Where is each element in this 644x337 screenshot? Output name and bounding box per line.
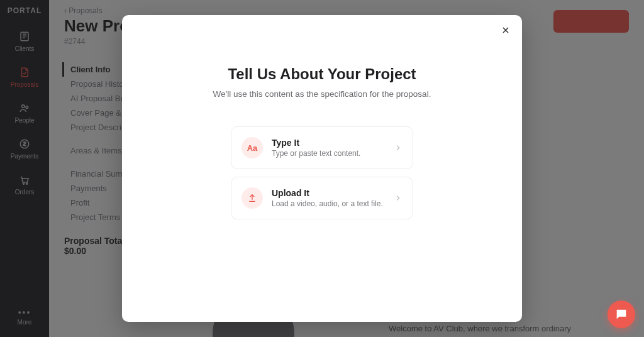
choice-title: Type It <box>272 138 385 148</box>
modal-overlay[interactable]: Tell Us About Your Project We'll use thi… <box>0 0 644 337</box>
modal-subtitle: We'll use this content as the specificat… <box>147 89 497 99</box>
upload-icon <box>242 187 263 209</box>
close-button[interactable] <box>501 25 511 35</box>
choice-upload-it[interactable]: Upload It Load a video, audio, or a text… <box>231 177 413 219</box>
choice-title: Upload It <box>272 188 385 198</box>
choice-type-it[interactable]: Aa Type It Type or paste text content. <box>231 126 413 169</box>
choice-desc: Type or paste text content. <box>272 149 385 158</box>
choice-desc: Load a video, audio, or a text file. <box>272 199 385 208</box>
help-chat-button[interactable] <box>608 301 635 328</box>
chevron-right-icon <box>394 194 402 202</box>
chat-icon <box>614 307 628 321</box>
close-icon <box>501 25 511 35</box>
chevron-right-icon <box>394 143 402 152</box>
modal-choices: Aa Type It Type or paste text content. U… <box>147 126 497 219</box>
modal-title: Tell Us About Your Project <box>147 65 497 83</box>
type-icon: Aa <box>242 137 263 158</box>
project-input-modal: Tell Us About Your Project We'll use thi… <box>122 15 522 322</box>
